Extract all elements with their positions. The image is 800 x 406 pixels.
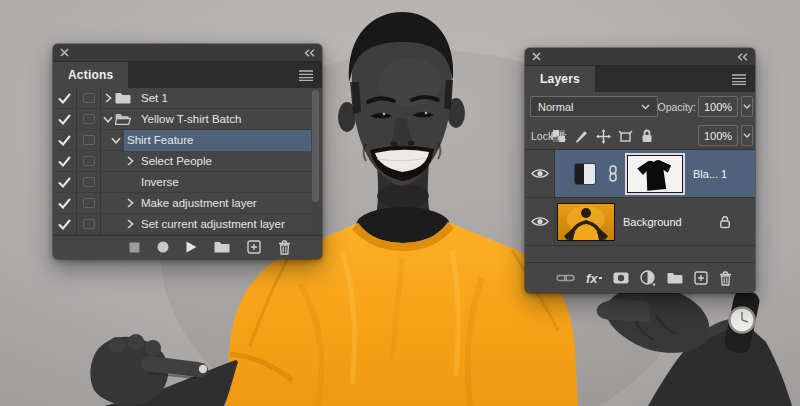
disclosure-right-icon[interactable]	[123, 156, 137, 166]
action-dialog-toggle[interactable]	[77, 88, 101, 108]
disclosure-right-icon[interactable]	[123, 198, 137, 208]
opacity-label: Opacity:	[654, 101, 696, 113]
layers-tab-label: Layers	[540, 72, 580, 86]
action-name: Set current adjustment layer	[141, 218, 285, 230]
record-icon[interactable]	[157, 241, 169, 253]
disclosure-down-icon[interactable]	[109, 137, 123, 144]
lock-all-icon[interactable]	[639, 128, 655, 144]
action-name: Make adjustment layer	[141, 197, 257, 209]
action-include-checkmark[interactable]	[53, 193, 77, 213]
lock-fill-row: Lock: Fill: 100%	[525, 122, 755, 150]
adjustment-layer-icon[interactable]	[640, 270, 656, 286]
layers-panel: Layers Normal Opacity: 100% Lock:	[525, 48, 755, 293]
background-lock-icon[interactable]	[719, 215, 731, 229]
new-layer-icon[interactable]	[694, 271, 708, 285]
play-icon[interactable]	[186, 241, 197, 253]
actions-list: Set 1 Yellow T-shirt Batch	[53, 88, 322, 235]
action-include-checkmark[interactable]	[53, 130, 77, 150]
blend-opacity-row: Normal Opacity: 100%	[525, 92, 755, 122]
add-mask-icon[interactable]	[613, 272, 629, 284]
lock-position-icon[interactable]	[595, 128, 611, 144]
link-layers-icon[interactable]	[556, 273, 575, 283]
action-name: Select People	[141, 155, 212, 167]
action-name: Shirt Feature	[127, 134, 193, 146]
tab-layers[interactable]: Layers	[525, 66, 595, 92]
visibility-eye-icon[interactable]	[525, 198, 555, 245]
action-name: Set 1	[141, 92, 168, 104]
collapse-panel-icon[interactable]	[737, 53, 748, 61]
close-icon[interactable]	[532, 52, 541, 61]
disclosure-down-icon[interactable]	[101, 116, 115, 123]
action-include-checkmark[interactable]	[53, 109, 77, 129]
layers-tabstrip: Layers	[525, 66, 755, 92]
actions-panel: Actions Set 1	[53, 44, 322, 259]
action-row[interactable]: Set 1	[53, 88, 322, 109]
action-row[interactable]: Select People	[53, 151, 322, 172]
actions-titlebar	[53, 44, 322, 62]
layer-name: Bla... 1	[693, 168, 727, 180]
action-dialog-toggle[interactable]	[77, 172, 101, 192]
layers-toolbar: fx	[525, 262, 755, 293]
mask-link-icon[interactable]	[608, 165, 618, 182]
action-dialog-toggle[interactable]	[77, 193, 101, 213]
stop-icon[interactable]	[129, 242, 140, 253]
layer-name: Background	[623, 216, 682, 228]
action-dialog-toggle[interactable]	[77, 130, 101, 150]
new-set-folder-icon[interactable]	[214, 241, 230, 253]
new-action-icon[interactable]	[247, 240, 261, 254]
layer-row-background[interactable]: Background	[525, 198, 755, 246]
action-dialog-toggle[interactable]	[77, 109, 101, 129]
fill-dropdown-chevron-icon[interactable]	[741, 125, 753, 146]
lock-pixels-brush-icon[interactable]	[573, 128, 589, 144]
blend-mode-value: Normal	[538, 101, 573, 113]
black-white-adjustment-thumbnail[interactable]	[575, 164, 595, 184]
delete-icon[interactable]	[278, 240, 291, 255]
layers-list: Bla... 1 Background	[525, 150, 755, 246]
lock-artboard-icon[interactable]	[617, 128, 633, 144]
photo-thumbnail[interactable]	[557, 203, 615, 241]
delete-layer-icon[interactable]	[719, 271, 732, 286]
blend-mode-dropdown[interactable]: Normal	[530, 96, 658, 117]
action-name: Inverse	[141, 176, 179, 188]
panel-menu-icon[interactable]	[299, 70, 313, 81]
actions-toolbar	[53, 235, 322, 258]
action-row-selected[interactable]: Shirt Feature	[53, 130, 322, 151]
opacity-dropdown-chevron-icon[interactable]	[741, 96, 753, 117]
action-include-checkmark[interactable]	[53, 214, 77, 234]
close-icon[interactable]	[60, 48, 69, 57]
photoshop-workspace: Actions Set 1	[0, 0, 800, 406]
action-dialog-toggle[interactable]	[77, 214, 101, 234]
fill-label: Fill:	[525, 130, 567, 142]
action-include-checkmark[interactable]	[53, 88, 77, 108]
action-row[interactable]: Make adjustment layer	[53, 193, 322, 214]
action-include-checkmark[interactable]	[53, 172, 77, 192]
layer-row-black-white[interactable]: Bla... 1	[525, 150, 755, 198]
layer-style-fx-icon[interactable]: fx	[586, 272, 602, 285]
panel-menu-icon[interactable]	[732, 74, 746, 85]
visibility-eye-icon[interactable]	[525, 150, 555, 197]
actions-tab-label: Actions	[68, 68, 113, 82]
collapse-panel-icon[interactable]	[304, 49, 315, 57]
action-include-checkmark[interactable]	[53, 151, 77, 171]
layers-titlebar	[525, 48, 755, 66]
folder-open-icon	[115, 113, 131, 125]
actions-tabstrip: Actions	[53, 62, 322, 88]
opacity-value[interactable]: 100%	[698, 96, 738, 117]
action-dialog-toggle[interactable]	[77, 151, 101, 171]
layer-mask-tshirt-thumbnail[interactable]	[625, 153, 685, 195]
action-row[interactable]: Set current adjustment layer	[53, 214, 322, 235]
disclosure-right-icon[interactable]	[101, 93, 115, 103]
action-name: Yellow T-shirt Batch	[141, 113, 241, 125]
action-row[interactable]: Yellow T-shirt Batch	[53, 109, 322, 130]
new-group-folder-icon[interactable]	[667, 272, 683, 284]
fill-value[interactable]: 100%	[698, 125, 738, 146]
action-row[interactable]: Inverse	[53, 172, 322, 193]
folder-closed-icon	[115, 92, 131, 104]
chevron-down-icon	[641, 104, 650, 110]
tab-actions[interactable]: Actions	[53, 62, 128, 88]
disclosure-right-icon[interactable]	[123, 219, 137, 229]
